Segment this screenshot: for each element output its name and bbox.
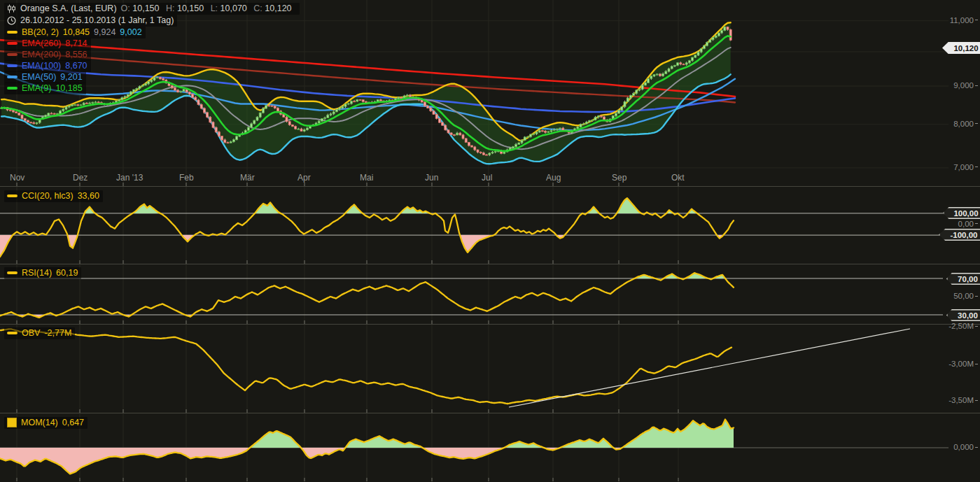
x-axis-month-label: Apr	[298, 173, 311, 183]
mom-panel[interactable]	[0, 413, 948, 482]
obv-axis-label: -2,50M	[948, 322, 978, 330]
x-axis-month-label: Sep	[612, 173, 626, 183]
trading-chart-window: Orange S.A. (Last, EUR) O: 10,150 H: 10,…	[0, 0, 980, 482]
x-axis-month-label: Jun	[425, 173, 438, 183]
x-axis-month-label: Mär	[240, 173, 255, 183]
x-axis-month-label: Aug	[546, 173, 561, 183]
x-axis-month-label: Dez	[73, 173, 88, 183]
x-axis-month-label: Feb	[179, 173, 194, 183]
rsi-low-level-badge: 30,00	[946, 309, 980, 321]
price-axis-label: 7,000	[953, 163, 978, 171]
price-axis-label: 9,000	[953, 81, 978, 90]
main-price-panel[interactable]	[0, 0, 948, 171]
cci-panel[interactable]	[0, 187, 948, 264]
obv-panel[interactable]	[0, 325, 948, 413]
price-axis-label: 8,000	[953, 120, 978, 128]
obv-axis-label: -3,00M	[948, 360, 978, 368]
obv-axis-label: -3,50M	[948, 396, 978, 404]
x-axis-month-label: Jan '13	[116, 173, 143, 183]
mom-axis-label: 0,000	[953, 443, 978, 451]
price-axis-label: 11,000	[950, 16, 978, 24]
cci-axis-label: 0,00	[958, 220, 978, 228]
x-axis-month-label: Jul	[482, 173, 492, 183]
rsi-axis-label: 50,00	[953, 292, 978, 300]
x-axis-month-label: Okt	[671, 173, 685, 183]
x-axis-month-label: Nov	[10, 173, 24, 183]
x-axis-month-label: Mai	[360, 173, 373, 183]
rsi-high-level-badge: 70,00	[946, 273, 980, 285]
rsi-panel[interactable]	[0, 264, 948, 324]
